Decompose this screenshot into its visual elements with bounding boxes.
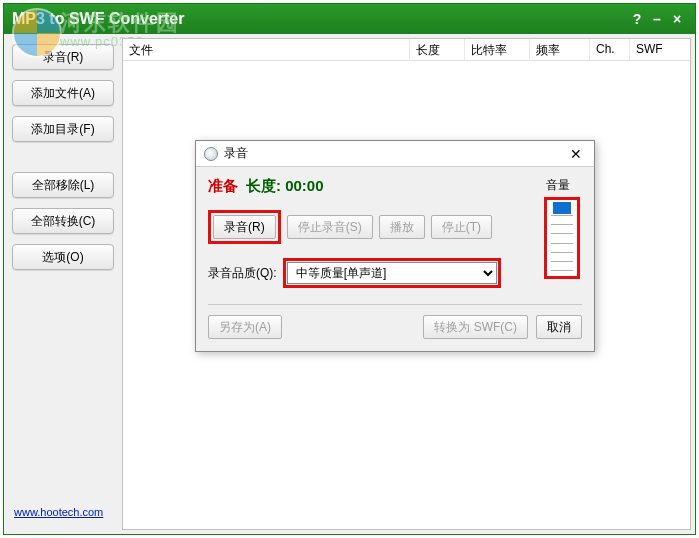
dlg-record-button[interactable]: 录音(R): [213, 215, 276, 239]
volume-meter: [544, 197, 580, 279]
convert-all-button[interactable]: 全部转换(C): [12, 208, 114, 234]
convert-swf-button[interactable]: 转换为 SWF(C): [423, 315, 528, 339]
volume-fill: [553, 202, 571, 214]
volume-label: 音量: [546, 177, 570, 194]
titlebar[interactable]: MP3 to SWF Converter ? – ×: [4, 4, 695, 34]
save-as-button[interactable]: 另存为(A): [208, 315, 282, 339]
col-length[interactable]: 长度: [410, 39, 465, 60]
footer-link[interactable]: www.hootech.com: [12, 500, 114, 524]
cancel-button[interactable]: 取消: [536, 315, 582, 339]
close-button[interactable]: ×: [667, 11, 687, 27]
sidebar: 录音(R) 添加文件(A) 添加目录(F) 全部移除(L) 全部转换(C) 选项…: [4, 34, 122, 534]
length-value: 00:00: [285, 177, 323, 194]
divider: [208, 304, 582, 305]
dialog-icon: [204, 147, 218, 161]
dialog-title: 录音: [224, 145, 248, 162]
dialog-body: 准备 长度: 00:00 音量 录音(R) 停止录音(S) 播放 停止(T) 录…: [196, 167, 594, 351]
dialog-titlebar[interactable]: 录音 ✕: [196, 141, 594, 167]
length-label: 长度: 00:00: [246, 177, 324, 196]
help-button[interactable]: ?: [627, 11, 647, 27]
remove-all-button[interactable]: 全部移除(L): [12, 172, 114, 198]
record-highlight: 录音(R): [208, 210, 281, 244]
quality-label: 录音品质(Q):: [208, 265, 277, 282]
record-dialog: 录音 ✕ 准备 长度: 00:00 音量 录音(R) 停止录音(S) 播放 停止…: [195, 140, 595, 352]
col-swf[interactable]: SWF: [630, 39, 690, 60]
minimize-button[interactable]: –: [647, 11, 667, 27]
quality-highlight: 中等质量[单声道]: [283, 258, 501, 288]
options-button[interactable]: 选项(O): [12, 244, 114, 270]
dlg-play-button[interactable]: 播放: [379, 215, 425, 239]
quality-select[interactable]: 中等质量[单声道]: [287, 262, 497, 284]
col-bitrate[interactable]: 比特率: [465, 39, 530, 60]
add-file-button[interactable]: 添加文件(A): [12, 80, 114, 106]
list-header: 文件 长度 比特率 频率 Ch. SWF: [123, 39, 690, 61]
col-frequency[interactable]: 频率: [530, 39, 590, 60]
app-title: MP3 to SWF Converter: [12, 10, 184, 28]
status-label: 准备: [208, 177, 238, 196]
dialog-close-button[interactable]: ✕: [566, 146, 586, 162]
dlg-stop-record-button[interactable]: 停止录音(S): [287, 215, 373, 239]
col-channels[interactable]: Ch.: [590, 39, 630, 60]
dlg-stop-button[interactable]: 停止(T): [431, 215, 492, 239]
add-folder-button[interactable]: 添加目录(F): [12, 116, 114, 142]
col-file[interactable]: 文件: [123, 39, 410, 60]
record-button[interactable]: 录音(R): [12, 44, 114, 70]
